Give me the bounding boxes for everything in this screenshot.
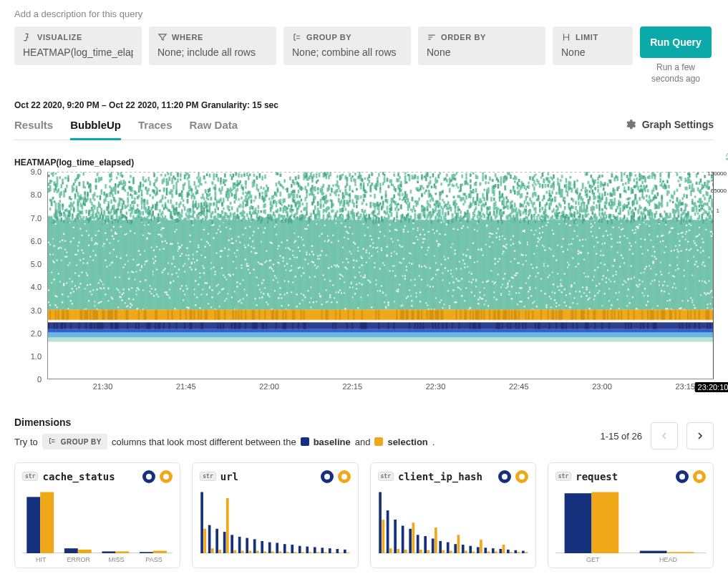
selection-swatch-icon [374,437,383,446]
svg-rect-78 [480,540,482,553]
pager-next-button[interactable] [686,422,714,449]
svg-rect-15 [219,550,222,553]
x-tick: 22:45 [509,382,529,391]
x-tick: 21:30 [93,382,113,391]
dimension-name: cache_status [42,471,115,482]
svg-rect-43 [324,552,327,553]
svg-rect-61 [416,535,419,554]
baseline-ring-icon [498,470,511,483]
svg-rect-67 [439,541,442,553]
svg-rect-30 [276,543,279,554]
query-description-placeholder[interactable]: Add a description for this query [14,9,714,19]
groupby-icon [292,32,302,42]
pagination-text: 1-15 of 26 [600,431,642,442]
run-meta-text: Run a few seconds ago [640,62,712,84]
visualize-clause[interactable]: VISUALIZE HEATMAP(log_time_elap [14,26,142,65]
chart-title: HEATMAP(log_time_elapsed) [14,157,714,167]
run-query-button[interactable]: Run Query [640,26,712,58]
dimension-name: client_ip_hash [398,471,482,482]
query-builder: VISUALIZE HEATMAP(log_time_elap WHERE No… [14,26,714,84]
svg-rect-65 [431,539,434,554]
svg-rect-52 [382,520,384,553]
svg-rect-71 [454,544,457,553]
svg-rect-12 [208,525,211,553]
svg-rect-73 [461,545,464,553]
svg-rect-84 [502,545,505,553]
svg-rect-29 [271,552,274,554]
dimension-card[interactable]: str cache_status HITERRORMISSPASS [14,462,180,568]
dimension-cards: str cache_status HITERRORMISSPASS str ur… [14,462,714,568]
x-tick: 22:15 [342,382,362,391]
orderby-clause[interactable]: ORDER BY None [418,26,545,65]
time-range-start: Oct 22 2020, 9:20 PM [14,100,100,110]
svg-rect-16 [223,532,226,553]
groupby-pill[interactable]: GROUP BY [42,434,107,449]
y-tick: 4.0 [31,283,42,291]
graph-settings-button[interactable]: Graph Settings [623,118,714,137]
y-tick: 1.0 [31,352,42,361]
svg-rect-44 [329,548,331,553]
svg-rect-39 [309,552,312,553]
type-badge: str [555,472,571,481]
svg-rect-42 [321,548,324,553]
svg-rect-6 [115,552,129,554]
refresh-icon[interactable] [725,152,728,162]
svg-rect-34 [291,545,294,553]
tab-traces[interactable]: Traces [138,115,173,140]
mini-labels: GETHEAD [555,556,706,563]
svg-rect-94 [639,551,666,553]
groupby-clause[interactable]: GROUP BY None; combine all rows [283,26,411,65]
svg-rect-69 [446,543,449,553]
x-axis: 21:3021:4522:0022:1522:3022:4523:0023:15… [47,379,714,395]
svg-rect-72 [457,535,460,554]
y-tick: 6.0 [31,237,42,245]
dimension-card[interactable]: str request GETHEAD [548,462,714,568]
dimension-card[interactable]: str url [192,462,358,568]
graph-settings-label: Graph Settings [642,119,714,130]
limit-icon [561,32,571,42]
dimension-name: request [576,471,618,482]
svg-rect-5 [102,552,115,554]
heatmap-plot[interactable]: 130000 65000 1 [47,172,714,379]
dimension-card[interactable]: str client_ip_hash [370,462,536,568]
svg-rect-89 [521,551,524,553]
svg-rect-66 [435,527,437,553]
svg-rect-11 [204,529,207,553]
svg-rect-81 [491,548,494,553]
pager-prev-button[interactable] [651,422,678,449]
x-tick: 21:45 [176,382,196,391]
baseline-ring-icon [676,470,689,483]
svg-rect-49 [346,553,349,553]
svg-rect-27 [264,552,267,554]
groupby-label: GROUP BY [306,33,351,42]
tab-results[interactable]: Results [14,115,53,140]
where-clause[interactable]: WHERE None; include all rows [149,26,276,65]
function-icon [23,32,33,42]
x-tick: 22:30 [426,382,446,391]
y-tick: 5.0 [31,260,42,268]
svg-rect-92 [564,493,591,553]
type-badge: str [378,472,394,481]
svg-rect-59 [409,529,412,553]
limit-clause[interactable]: LIMIT None [553,26,633,65]
tab-rawdata[interactable]: Raw Data [190,115,238,140]
y-tick: 0 [37,375,42,384]
svg-rect-23 [249,551,252,553]
x-tick: 22:00 [259,382,279,391]
svg-rect-24 [253,540,256,554]
dimension-mini-chart [378,489,528,553]
svg-rect-46 [336,549,339,553]
time-range[interactable]: Oct 22 2020, 9:20 PM – Oct 22 2020, 11:2… [14,100,714,110]
svg-rect-77 [476,548,479,554]
svg-rect-26 [261,541,264,553]
tab-bubbleup[interactable]: BubbleUp [70,115,121,140]
visualize-label: VISUALIZE [37,33,82,42]
svg-rect-95 [666,552,694,553]
dimensions-pager: 1-15 of 26 [600,422,714,449]
svg-rect-41 [316,552,319,553]
svg-rect-62 [419,550,422,553]
svg-rect-2 [40,492,54,554]
dimension-name: url [220,471,238,482]
svg-rect-79 [484,548,487,553]
svg-rect-85 [506,550,509,553]
